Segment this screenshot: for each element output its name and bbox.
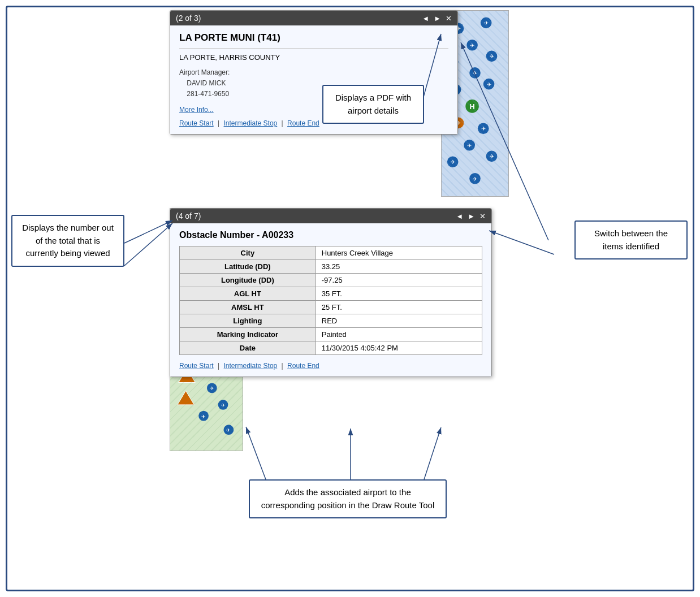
obstacle-popup-count: (4 of 7) xyxy=(176,211,201,220)
table-value: Painted xyxy=(316,328,482,341)
table-value: 33.25 xyxy=(316,260,482,274)
obstacle-route-links: Route Start | Intermediate Stop | Route … xyxy=(179,362,482,370)
svg-text:✈: ✈ xyxy=(490,53,494,59)
svg-point-22 xyxy=(464,140,475,151)
table-row: CityHunters Creek Village xyxy=(180,246,482,260)
airport-route-start-link[interactable]: Route Start xyxy=(179,119,214,127)
airport-prev-button[interactable]: ◄ xyxy=(422,14,429,23)
svg-point-4 xyxy=(466,40,478,51)
svg-point-28 xyxy=(469,173,481,184)
annotation-pdf: Displays a PDF with airport details xyxy=(322,85,424,124)
airport-popup-header: (2 of 3) ◄ ► ✕ xyxy=(170,11,457,25)
table-field: City xyxy=(180,246,316,260)
obstacle-route-end-link[interactable]: Route End xyxy=(287,362,319,370)
obstacle-route-start-link[interactable]: Route Start xyxy=(179,362,214,370)
airport-close-button[interactable]: ✕ xyxy=(446,14,452,23)
svg-point-8 xyxy=(486,51,498,62)
annotation-view-count-text: Displays the number out of the total tha… xyxy=(22,223,114,258)
svg-marker-36 xyxy=(178,391,195,405)
svg-text:✈: ✈ xyxy=(467,142,472,149)
svg-text:H: H xyxy=(469,102,474,111)
table-field: Date xyxy=(180,341,316,355)
table-value: 25 FT. xyxy=(316,301,482,314)
airport-title: LA PORTE MUNI (T41) xyxy=(179,32,448,49)
table-value: 11/30/2015 4:05:42 PM xyxy=(316,341,482,355)
obstacle-popup-header: (4 of 7) ◄ ► ✕ xyxy=(170,209,491,223)
annotation-adds-text: Adds the associated airport to the corre… xyxy=(261,487,435,510)
table-row: Marking IndicatorPainted xyxy=(180,328,482,341)
svg-point-10 xyxy=(469,67,481,79)
table-value: 35 FT. xyxy=(316,287,482,301)
table-field: Marking Indicator xyxy=(180,328,316,341)
obstacle-popup-controls[interactable]: ◄ ► ✕ xyxy=(456,212,486,220)
svg-point-47 xyxy=(207,383,217,393)
table-field: Lighting xyxy=(180,314,316,328)
obstacle-title: Obstacle Number - A00233 xyxy=(179,230,482,240)
table-field: AGL HT xyxy=(180,287,316,301)
obstacle-prev-button[interactable]: ◄ xyxy=(456,212,463,220)
svg-text:✈: ✈ xyxy=(210,386,214,391)
svg-point-26 xyxy=(486,151,498,162)
svg-point-53 xyxy=(224,425,234,435)
svg-text:✈: ✈ xyxy=(484,20,489,26)
svg-text:✈: ✈ xyxy=(470,42,474,49)
obstacle-close-button[interactable]: ✕ xyxy=(479,212,486,220)
svg-text:✈: ✈ xyxy=(451,159,455,165)
airport-popup-controls[interactable]: ◄ ► ✕ xyxy=(422,14,452,23)
airport-route-end-link[interactable]: Route End xyxy=(287,119,319,127)
svg-point-20 xyxy=(478,123,489,134)
airport-next-button[interactable]: ► xyxy=(434,14,441,23)
svg-text:✈: ✈ xyxy=(221,403,226,408)
obstacle-popup: (4 of 7) ◄ ► ✕ Obstacle Number - A00233 … xyxy=(170,208,492,377)
table-value: -97.25 xyxy=(316,274,482,287)
svg-point-24 xyxy=(447,156,459,167)
annotation-view-count: Displays the number out of the total tha… xyxy=(11,215,124,267)
airport-intermediate-stop-link[interactable]: Intermediate Stop xyxy=(224,119,278,127)
table-row: Longitude (DD)-97.25 xyxy=(180,274,482,287)
svg-text:✈: ✈ xyxy=(481,126,486,132)
airport-popup-count: (2 of 3) xyxy=(176,14,201,23)
table-row: LightingRED xyxy=(180,314,482,328)
obstacle-data-table: CityHunters Creek VillageLatitude (DD)33… xyxy=(179,246,482,355)
separator-1: | xyxy=(218,119,219,127)
svg-text:✈: ✈ xyxy=(487,81,491,88)
separator-2: | xyxy=(282,119,283,127)
svg-point-49 xyxy=(218,400,228,410)
svg-point-2 xyxy=(481,18,492,29)
svg-text:✈: ✈ xyxy=(201,414,206,419)
annotation-switch-text: Switch between the items identified xyxy=(594,228,668,251)
obstacle-next-button[interactable]: ► xyxy=(468,212,475,220)
annotation-adds: Adds the associated airport to the corre… xyxy=(249,479,447,518)
manager-label: Airport Manager: xyxy=(179,68,230,76)
svg-text:✈: ✈ xyxy=(473,70,477,76)
table-row: AGL HT35 FT. xyxy=(180,287,482,301)
svg-point-51 xyxy=(198,411,209,421)
manager-name: DAVID MICK xyxy=(187,79,226,87)
table-field: AMSL HT xyxy=(180,301,316,314)
table-row: Date11/30/2015 4:05:42 PM xyxy=(180,341,482,355)
airport-subtitle: LA PORTE, HARRIS COUNTY xyxy=(179,53,448,62)
table-field: Latitude (DD) xyxy=(180,260,316,274)
obstacle-popup-body: Obstacle Number - A00233 CityHunters Cre… xyxy=(170,223,491,377)
table-row: AMSL HT25 FT. xyxy=(180,301,482,314)
table-field: Longitude (DD) xyxy=(180,274,316,287)
table-row: Latitude (DD)33.25 xyxy=(180,260,482,274)
table-value: Hunters Creek Village xyxy=(316,246,482,260)
svg-text:✈: ✈ xyxy=(490,153,494,159)
table-value: RED xyxy=(316,314,482,328)
obstacle-separator-2: | xyxy=(282,362,283,370)
annotation-pdf-text: Displays a PDF with airport details xyxy=(335,93,411,115)
svg-text:✈: ✈ xyxy=(226,427,231,433)
svg-text:✈: ✈ xyxy=(473,176,477,182)
obstacle-separator-1: | xyxy=(218,362,219,370)
manager-phone: 281-471-9650 xyxy=(187,90,229,98)
annotation-switch: Switch between the items identified xyxy=(574,220,688,259)
obstacle-intermediate-stop-link[interactable]: Intermediate Stop xyxy=(224,362,278,370)
svg-point-16 xyxy=(465,100,479,113)
svg-point-14 xyxy=(483,79,495,90)
